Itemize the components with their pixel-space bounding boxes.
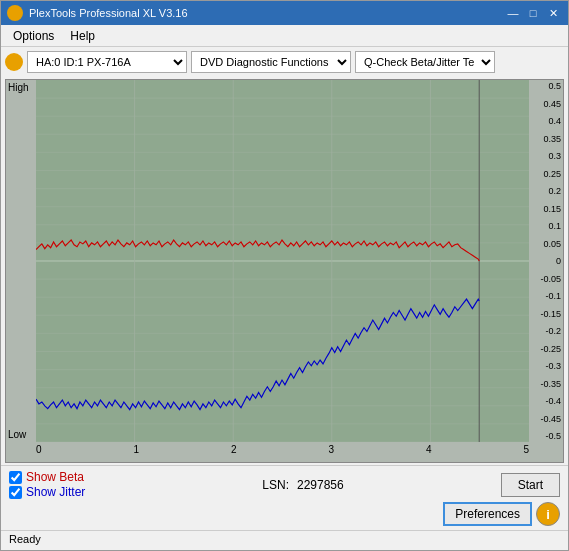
y-right-0.4: 0.4 xyxy=(531,116,561,126)
x-axis: 0 1 2 3 4 5 xyxy=(36,442,529,462)
chart-area: High Low xyxy=(5,79,564,463)
show-jitter-label: Show Jitter xyxy=(26,485,85,499)
maximize-button[interactable]: □ xyxy=(524,5,542,21)
title-bar-controls: — □ ✕ xyxy=(504,5,562,21)
status-bar: Ready xyxy=(1,530,568,550)
x-label-1: 1 xyxy=(133,444,139,455)
test-select[interactable]: Q-Check Beta/Jitter Test xyxy=(355,51,495,73)
y-right--0.35: -0.35 xyxy=(531,379,561,389)
app-icon xyxy=(7,5,23,21)
y-right-0.1: 0.1 xyxy=(531,221,561,231)
show-beta-label: Show Beta xyxy=(26,470,84,484)
menu-options[interactable]: Options xyxy=(5,27,62,44)
chart-svg xyxy=(36,80,529,442)
preferences-button[interactable]: Preferences xyxy=(443,502,532,526)
checkboxes: Show Beta Show Jitter xyxy=(9,470,85,499)
x-label-2: 2 xyxy=(231,444,237,455)
lsn-value: 2297856 xyxy=(297,478,344,492)
show-jitter-checkbox[interactable] xyxy=(9,486,22,499)
y-axis-right: 0.5 0.45 0.4 0.35 0.3 0.25 0.2 0.15 0.1 … xyxy=(529,80,563,442)
y-right-0.05: 0.05 xyxy=(531,239,561,249)
main-window: PlexTools Professional XL V3.16 — □ ✕ Op… xyxy=(0,0,569,551)
show-beta-checkbox[interactable] xyxy=(9,471,22,484)
title-bar-left: PlexTools Professional XL V3.16 xyxy=(7,5,188,21)
x-label-5: 5 xyxy=(523,444,529,455)
menu-help[interactable]: Help xyxy=(62,27,103,44)
y-right-0.5: 0.5 xyxy=(531,81,561,91)
chart-plot xyxy=(36,80,529,442)
y-label-low: Low xyxy=(6,429,36,440)
function-select[interactable]: DVD Diagnostic Functions xyxy=(191,51,351,73)
y-right-0.25: 0.25 xyxy=(531,169,561,179)
lsn-label: LSN: xyxy=(262,478,289,492)
status-text: Ready xyxy=(9,533,41,545)
drive-icon xyxy=(5,53,23,71)
y-right--0.25: -0.25 xyxy=(531,344,561,354)
minimize-button[interactable]: — xyxy=(504,5,522,21)
y-right--0.2: -0.2 xyxy=(531,326,561,336)
title-bar: PlexTools Professional XL V3.16 — □ ✕ xyxy=(1,1,568,25)
bottom-row2: Preferences i xyxy=(9,502,560,526)
menu-bar: Options Help xyxy=(1,25,568,47)
y-right--0.05: -0.05 xyxy=(531,274,561,284)
y-right--0.5: -0.5 xyxy=(531,431,561,441)
y-axis-left: High Low xyxy=(6,80,36,442)
drive-select[interactable]: HA:0 ID:1 PX-716A xyxy=(27,51,187,73)
window-title: PlexTools Professional XL V3.16 xyxy=(29,7,188,19)
y-right--0.3: -0.3 xyxy=(531,361,561,371)
bottom-row1: Show Beta Show Jitter LSN: 2297856 Start xyxy=(9,470,560,499)
y-label-high: High xyxy=(6,82,36,93)
y-right--0.1: -0.1 xyxy=(531,291,561,301)
y-right-0.35: 0.35 xyxy=(531,134,561,144)
right-buttons: Preferences i xyxy=(443,502,560,526)
x-label-3: 3 xyxy=(328,444,334,455)
y-right-0.2: 0.2 xyxy=(531,186,561,196)
y-right--0.4: -0.4 xyxy=(531,396,561,406)
x-label-4: 4 xyxy=(426,444,432,455)
start-button[interactable]: Start xyxy=(501,473,560,497)
close-button[interactable]: ✕ xyxy=(544,5,562,21)
y-right-0.3: 0.3 xyxy=(531,151,561,161)
y-right--0.15: -0.15 xyxy=(531,309,561,319)
y-right-0.15: 0.15 xyxy=(531,204,561,214)
y-right-0: 0 xyxy=(531,256,561,266)
y-right-0.45: 0.45 xyxy=(531,99,561,109)
show-jitter-row: Show Jitter xyxy=(9,485,85,499)
toolbar: HA:0 ID:1 PX-716A DVD Diagnostic Functio… xyxy=(1,47,568,77)
lsn-area: LSN: 2297856 xyxy=(262,478,343,492)
y-right--0.45: -0.45 xyxy=(531,414,561,424)
bottom-panel: Show Beta Show Jitter LSN: 2297856 Start… xyxy=(1,465,568,530)
x-label-0: 0 xyxy=(36,444,42,455)
show-beta-row: Show Beta xyxy=(9,470,85,484)
info-button[interactable]: i xyxy=(536,502,560,526)
